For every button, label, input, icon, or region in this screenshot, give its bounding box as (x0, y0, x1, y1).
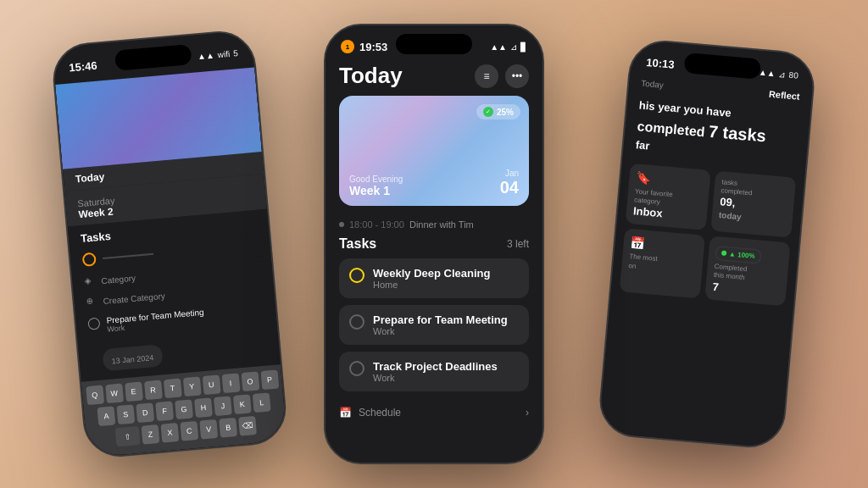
stat-card-4: ▲ 100% Completedthis month 7 (704, 236, 790, 306)
hero-text-bold: completed 7 tasks (637, 119, 766, 144)
signal-icon-right: ▲▲ (759, 67, 776, 78)
dynamic-island-center (396, 34, 472, 54)
task-cat-3: Work (373, 373, 498, 383)
schedule-row[interactable]: 📅 Schedule › (326, 398, 542, 427)
key-u[interactable]: U (202, 375, 220, 396)
battery-icon-left: 5 (233, 48, 239, 58)
header-icons-center: ≡ ••• (475, 64, 529, 88)
stats-grid-right: 🔖 Your favoritecategory Inbox taskscompl… (611, 163, 804, 307)
key-p[interactable]: P (260, 370, 279, 391)
key-b[interactable]: B (219, 418, 237, 438)
keyboard-left[interactable]: Q W E R T Y U I O P A S D F G H (81, 364, 287, 458)
task-circle-empty-left (87, 318, 100, 330)
phones-container: 15:46 ▲▲ wifi 5 Today Saturday Week 2 Ta… (0, 0, 868, 488)
notification-badge: 1 (341, 40, 354, 53)
key-z[interactable]: Z (142, 424, 160, 445)
schedule-label: Schedule (359, 407, 519, 419)
phone-center: 1 19:53 ▲▲ ⊿ ▊ Today ≡ ••• (324, 24, 544, 464)
status-icons-left: ▲▲ wifi 5 (198, 48, 239, 61)
task-cat-1: Home (373, 280, 490, 290)
task-circle-2 (349, 314, 364, 330)
task-item-1[interactable]: Weekly Deep Cleaning Home (339, 258, 529, 298)
hero-text-suffix: far (635, 138, 650, 152)
key-j[interactable]: J (214, 396, 232, 416)
hero-card-center: ✓ 25% Good Evening Week 1 Jan 04 (339, 96, 529, 206)
battery-icon-center: ▊ (520, 42, 527, 52)
key-c[interactable]: C (180, 421, 198, 441)
plus-circle-icon: ⊕ (86, 296, 98, 308)
key-o[interactable]: O (241, 372, 259, 392)
task-item-3[interactable]: Track Project Deadlines Work (339, 352, 529, 391)
check-icon: ✓ (483, 107, 493, 117)
status-icons-center: ▲▲ ⊿ ▊ (490, 42, 527, 52)
hero-greeting: Good Evening (349, 175, 403, 184)
menu-icon-btn[interactable]: ≡ (475, 64, 498, 88)
hero-month: Jan (500, 169, 519, 178)
tasks-count-center: 3 left (507, 238, 529, 250)
hero-image-left (55, 67, 262, 169)
progress-text: 25% (497, 108, 514, 117)
event-row: 18:00 - 19:00 Dinner with Tim (326, 216, 542, 236)
hero-day: 04 (500, 178, 519, 197)
key-i[interactable]: I (221, 374, 240, 394)
key-s[interactable]: S (116, 404, 135, 424)
status-icons-right: ▲▲ ⊿ 80 (759, 67, 799, 80)
progress-badge: ✓ 25% (476, 104, 520, 119)
hero-text-prefix: his year you have (638, 98, 732, 119)
key-g[interactable]: G (175, 399, 193, 419)
more-icon-btn[interactable]: ••• (505, 64, 529, 88)
stat-value-2: 09,today (718, 196, 787, 227)
key-w[interactable]: W (105, 384, 124, 404)
key-y[interactable]: Y (182, 377, 201, 397)
task-name-3: Track Project Deadlines (373, 360, 498, 373)
calendar-icon: 📅 (339, 407, 352, 419)
task-name-2: Prepare for Team Meeting (373, 313, 508, 326)
key-d[interactable]: D (136, 402, 154, 423)
event-time-text: 18:00 - 19:00 (349, 219, 404, 230)
task-item-2[interactable]: Prepare for Team Meeting Work (339, 305, 529, 345)
time-center: 19:53 (359, 41, 387, 53)
task-circle-3 (349, 361, 364, 376)
key-a[interactable]: A (97, 406, 116, 426)
stat-card-2: taskscompleted 09,today (710, 170, 796, 238)
key-v[interactable]: V (199, 419, 218, 440)
category-label: Category (101, 273, 136, 285)
today-label-right: Today (641, 78, 665, 89)
key-x[interactable]: X (161, 423, 180, 443)
time-left: 15:46 (69, 58, 97, 74)
stat-label-3: The moston (628, 252, 697, 276)
time-right: 10:13 (646, 55, 675, 70)
wifi-icon-left: wifi (217, 48, 230, 58)
key-e[interactable]: E (125, 382, 143, 402)
event-time: 18:00 - 19:00 Dinner with Tim (349, 219, 474, 230)
phone-right: 10:13 ▲▲ ⊿ 80 Today Reflect his year you… (597, 37, 817, 450)
key-shift[interactable]: ⇧ (115, 426, 141, 446)
key-h[interactable]: H (194, 397, 213, 418)
task-name-1: Weekly Deep Cleaning (373, 267, 490, 280)
chevron-right-icon: › (526, 407, 529, 419)
task-circle-1 (349, 268, 364, 283)
key-l[interactable]: L (253, 392, 271, 413)
signal-icon-center: ▲▲ (490, 42, 507, 52)
key-q[interactable]: Q (86, 385, 104, 406)
key-t[interactable]: T (163, 379, 181, 399)
progress-badge-right: ▲ 100% (715, 246, 761, 264)
phone-left: 15:46 ▲▲ wifi 5 Today Saturday Week 2 Ta… (50, 28, 289, 459)
calendar-icon-right: 📅 (630, 236, 698, 256)
key-f[interactable]: F (155, 401, 174, 421)
task-cat-2: Work (373, 326, 508, 336)
today-label-left: Today (75, 170, 105, 185)
tasks-section-center: Tasks 3 left Weekly Deep Cleaning Home (326, 236, 542, 391)
tasks-header-center: Tasks 3 left (339, 236, 529, 252)
hero-week: Week 1 (349, 184, 403, 197)
key-r[interactable]: R (144, 380, 163, 401)
key-delete[interactable]: ⌫ (238, 416, 257, 436)
battery-icon-right: 80 (788, 69, 798, 80)
task-circle-orange (82, 252, 97, 267)
signal-icon-left: ▲▲ (198, 50, 215, 61)
task-input-line (103, 253, 153, 259)
date-badge: 13 Jan 2024 (103, 344, 164, 371)
create-category-label: Create Category (103, 291, 165, 305)
bookmark-icon: 🔖 (636, 170, 704, 190)
key-k[interactable]: K (233, 394, 252, 414)
